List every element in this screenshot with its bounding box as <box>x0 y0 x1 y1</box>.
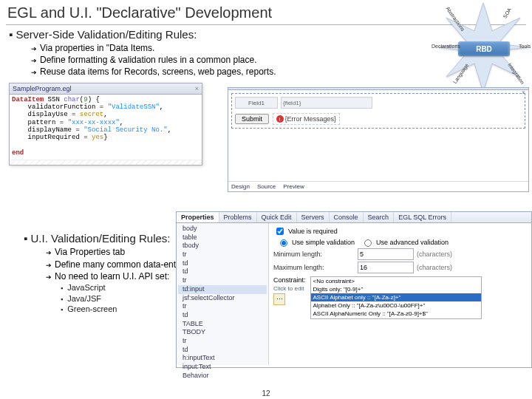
properties-tabstrip: Properties Problems Quick Edit Servers C… <box>177 212 531 223</box>
submit-button[interactable]: Submit <box>235 114 269 124</box>
tab-source[interactable]: Source <box>257 183 276 190</box>
section-ui-heading-text: U.I. Validation/Editing Rules: <box>31 232 171 245</box>
value-required-checkbox[interactable] <box>276 228 284 235</box>
code-body[interactable]: DataItem SSN char(9) { validatorFunction… <box>10 95 202 160</box>
tree-item[interactable]: td <box>178 267 267 276</box>
field1-label[interactable]: Field1 <box>235 97 278 109</box>
error-icon: ! <box>276 115 284 123</box>
section1-list: Via properties in "Data Items. Define fo… <box>31 42 532 78</box>
radio-simple-validation[interactable] <box>280 239 287 247</box>
picker-icon[interactable]: ⋯ <box>273 293 285 305</box>
min-unit: (characters) <box>417 250 452 258</box>
constraint-option-selected[interactable]: ASCII Alphabet only :: "[A-Za-z]+" <box>311 293 481 301</box>
field1-input[interactable]: {field1} <box>281 97 372 109</box>
tree-item[interactable]: body <box>178 225 267 233</box>
tree-item[interactable]: Behavior <box>178 372 267 381</box>
tree-item[interactable]: jsf:selectCollector <box>178 294 267 303</box>
radio-adv-label: Use advanced validation <box>376 239 449 246</box>
tree-item[interactable]: tbody <box>178 242 267 250</box>
tree-item[interactable]: td <box>178 259 267 268</box>
tree-item[interactable]: table <box>178 233 267 242</box>
tab-properties[interactable]: Properties <box>177 212 219 222</box>
properties-pane: Properties Problems Quick Edit Servers C… <box>176 211 532 368</box>
tree-item[interactable]: tr <box>178 276 267 285</box>
error-messages-area[interactable]: ! {Error Messages} <box>273 113 341 125</box>
section-server-heading: ▪ Server-Side Validation/Editing Rules: <box>9 28 532 41</box>
min-length-label: Minimum length: <box>273 250 355 258</box>
tab-design[interactable]: Design <box>231 183 250 190</box>
constraint-option[interactable]: Digits only: "[0-9]+" <box>311 285 481 293</box>
constraint-listbox[interactable]: <No constraint> Digits only: "[0-9]+" AS… <box>310 276 482 319</box>
form-designer-footer-tabs: Design Source Preview <box>228 181 528 191</box>
torn-edge <box>10 160 202 165</box>
page-number: 12 <box>262 389 270 398</box>
tree-item[interactable]: td <box>178 346 267 355</box>
tree-item-selected[interactable]: td:input <box>178 285 267 294</box>
tree-item[interactable]: tr <box>178 337 267 346</box>
max-length-label: Maximum length: <box>273 264 355 271</box>
section1-item-3: Reuse data items for Records, screens, w… <box>31 66 532 78</box>
tree-item[interactable]: tr <box>178 302 267 311</box>
tree-item[interactable]: h:inputText <box>178 354 267 363</box>
tree-item[interactable]: tr <box>178 250 267 259</box>
tab-servers[interactable]: Servers <box>297 212 330 222</box>
constraint-label: Constraint: <box>273 276 306 284</box>
section1-item-2: Define formatting & validation rules in … <box>31 54 532 66</box>
min-length-input[interactable] <box>358 248 414 260</box>
constraint-option[interactable]: ASCII AlphaNumeric Only :: "[A-Za-z0-9]+… <box>311 310 481 318</box>
dom-outline-tree[interactable]: body table tbody tr td td tr td:input js… <box>177 223 269 365</box>
max-unit: (characters) <box>417 264 452 271</box>
click-edit-hint: Click to edit <box>273 285 306 292</box>
properties-form: Value is required Use simple validation … <box>269 223 531 365</box>
constraint-option[interactable]: <No constraint> <box>311 277 481 285</box>
tab-search[interactable]: Search <box>364 212 395 222</box>
radio-advanced-validation[interactable] <box>364 239 372 247</box>
constraint-option[interactable]: Alphabet Only :: "[A-Za-z\u00C0-\u00FF]+… <box>311 301 481 310</box>
section1-item-1: Via properties in "Data Items. <box>31 42 532 54</box>
tree-item[interactable]: TBODY <box>178 328 267 337</box>
max-length-input[interactable] <box>358 262 414 273</box>
close-icon[interactable]: × <box>522 89 525 96</box>
code-editor-tab[interactable]: SampleProgram.egl × <box>10 83 202 95</box>
code-editor-pane: SampleProgram.egl × DataItem SSN char(9)… <box>9 83 202 166</box>
tree-item[interactable]: input:Text <box>178 363 267 372</box>
code-tab-label: SampleProgram.egl <box>13 85 72 92</box>
close-icon[interactable]: × <box>195 85 199 92</box>
tab-quickedit[interactable]: Quick Edit <box>257 212 297 222</box>
form-designer-pane: × Field1 {field1} Submit ! {Error Messag… <box>228 87 529 192</box>
tree-item[interactable]: td <box>178 311 267 320</box>
tree-item[interactable]: TABLE <box>178 320 267 329</box>
value-required-label: Value is required <box>288 228 338 235</box>
tab-console[interactable]: Console <box>330 212 364 222</box>
form-canvas[interactable]: Field1 {field1} Submit ! {Error Messages… <box>231 93 525 129</box>
tab-sqlerrors[interactable]: EGL SQL Errors <box>394 212 451 222</box>
tab-problems[interactable]: Problems <box>219 212 257 222</box>
error-messages-label: {Error Messages} <box>285 115 337 123</box>
tab-preview[interactable]: Preview <box>283 183 304 190</box>
radio-simple-label: Use simple validation <box>292 239 355 246</box>
section-server-heading-text: Server-Side Validation/Editing Rules: <box>16 28 197 41</box>
